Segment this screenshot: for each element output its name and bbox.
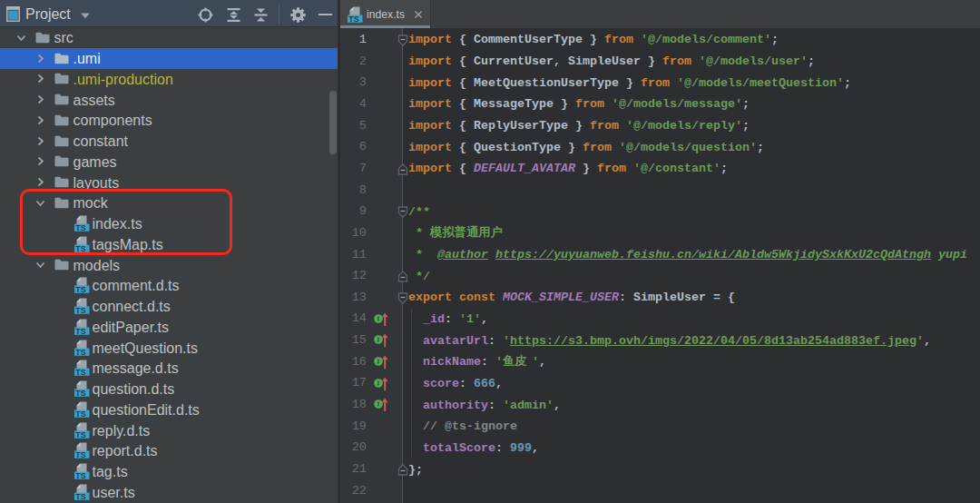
svg-text:TS: TS [75, 450, 85, 459]
svg-text:TS: TS [75, 492, 85, 500]
svg-text:TS: TS [75, 285, 85, 293]
svg-text:TS: TS [75, 327, 85, 335]
svg-text:TS: TS [75, 430, 85, 439]
svg-text:TS: TS [75, 306, 85, 314]
svg-text:TS: TS [75, 368, 85, 376]
svg-text:TS: TS [75, 348, 85, 356]
svg-text:TS: TS [75, 409, 85, 418]
svg-text:TS: TS [75, 389, 85, 397]
svg-text:TS: TS [348, 15, 358, 23]
svg-text:TS: TS [75, 471, 85, 479]
